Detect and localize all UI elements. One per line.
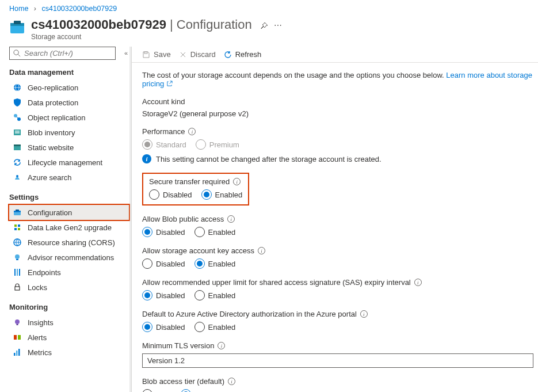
svg-rect-34 (16, 351, 18, 356)
sidebar-item-advisor[interactable]: Advisor recommendations (9, 250, 129, 265)
sidebar-item-label: Blob inventory (28, 128, 75, 137)
sidebar-item-objrep[interactable]: Object replication (9, 110, 129, 125)
radio-label: Disabled (156, 228, 185, 237)
info-icon[interactable]: i (218, 342, 225, 349)
chevron-right-icon: › (34, 5, 36, 13)
refresh-icon (224, 51, 232, 59)
blobinv-icon (13, 128, 22, 137)
sidebar-item-cors[interactable]: Resource sharing (CORS) (9, 235, 129, 250)
svg-rect-17 (16, 210, 19, 211)
svg-rect-11 (15, 132, 20, 134)
field-key-access: Allow storage account key accessi Disabl… (142, 246, 533, 269)
save-icon (142, 51, 150, 59)
svg-point-29 (15, 319, 20, 324)
account-kind-value: StorageV2 (general purpose v2) (142, 109, 533, 118)
pin-icon[interactable] (260, 22, 268, 32)
sidebar-item-metrics[interactable]: Metrics (9, 345, 129, 360)
discard-button[interactable]: Discard (179, 50, 216, 59)
sidebar-item-label: Azure search (28, 173, 72, 182)
sidebar-item-datalake[interactable]: Data Lake Gen2 upgrade (9, 220, 129, 235)
performance-label: Performance (142, 127, 185, 136)
info-icon[interactable]: i (227, 215, 235, 223)
sidebar-item-config[interactable]: Configuration (9, 205, 129, 220)
radio-circle-icon (181, 389, 191, 392)
radio-hot[interactable]: Hot (181, 389, 206, 392)
svg-rect-19 (18, 224, 20, 227)
secure-transfer-highlight: Secure transfer requiredi DisabledEnable… (142, 173, 249, 205)
search-input-wrapper[interactable] (9, 47, 116, 60)
radio-disabled[interactable]: Disabled (149, 189, 192, 200)
radio-label: Enabled (208, 260, 236, 268)
collapse-sidebar-icon[interactable]: « (124, 50, 128, 56)
blob-public-label: Allow Blob public access (142, 215, 224, 223)
access-tier-label: Blob access tier (default) (142, 377, 224, 386)
sidebar-item-alerts[interactable]: Alerts (9, 330, 129, 345)
field-access-tier: Blob access tier (default)i CoolHot (142, 377, 533, 392)
svg-rect-24 (16, 259, 18, 260)
sidebar-item-label: Lifecycle management (28, 158, 102, 167)
tls-select[interactable]: Version 1.2 (142, 353, 533, 368)
dataprot-icon (13, 98, 22, 107)
sidebar-item-static[interactable]: Static website (9, 140, 129, 155)
sidebar-item-lifecycle[interactable]: Lifecycle management (9, 155, 129, 170)
svg-point-23 (15, 254, 20, 259)
info-icon[interactable]: i (228, 378, 235, 385)
radio-circle-icon (194, 258, 205, 269)
radio-enabled[interactable]: Enabled (194, 290, 236, 300)
radio-enabled[interactable]: Enabled (194, 322, 236, 332)
save-button[interactable]: Save (142, 50, 171, 59)
info-icon[interactable]: i (188, 128, 196, 135)
radio-enabled[interactable]: Enabled (194, 227, 236, 237)
info-icon[interactable]: i (414, 279, 422, 286)
sidebar-item-blobinv[interactable]: Blob inventory (9, 125, 129, 140)
sidebar-item-geo[interactable]: Geo-replication (9, 80, 129, 95)
sidebar-item-label: Data protection (28, 98, 78, 107)
field-tls: Minimum TLS versioni Version 1.2 (142, 341, 533, 368)
lifecycle-icon (13, 158, 22, 167)
sidebar-item-label: Alerts (28, 333, 47, 342)
refresh-button[interactable]: Refresh (224, 50, 262, 59)
sidebar-item-label: Locks (28, 283, 47, 292)
info-icon[interactable]: i (258, 247, 265, 254)
insights-icon (13, 318, 22, 327)
storage-account-icon (9, 20, 25, 36)
sidebar-item-insights[interactable]: Insights (9, 315, 129, 330)
breadcrumb-home[interactable]: Home (9, 5, 28, 13)
radio-disabled[interactable]: Disabled (142, 258, 185, 269)
info-icon[interactable]: i (233, 178, 241, 185)
objrep-icon (13, 113, 22, 122)
radio-enabled[interactable]: Enabled (194, 258, 236, 269)
secure-transfer-label: Secure transfer required (149, 177, 230, 186)
radio-disabled[interactable]: Disabled (142, 322, 185, 332)
section-title: Data management (9, 68, 129, 77)
sidebar-item-dataprot[interactable]: Data protection (9, 95, 129, 110)
search-input[interactable] (24, 49, 112, 58)
sidebar-item-label: Object replication (28, 113, 85, 122)
metrics-icon (13, 348, 22, 357)
sidebar-item-label: Insights (28, 318, 54, 327)
svg-point-14 (16, 175, 18, 177)
radio-circle-icon (194, 322, 205, 332)
radio-premium: Premium (196, 139, 239, 150)
radio-enabled[interactable]: Enabled (201, 189, 243, 200)
sidebar-item-label: Geo-replication (28, 83, 78, 92)
field-aad-default: Default to Azure Active Directory author… (142, 310, 533, 332)
radio-label: Disabled (156, 291, 185, 300)
sidebar-item-label: Advisor recommendations (28, 253, 114, 262)
radio-disabled[interactable]: Disabled (142, 290, 185, 300)
svg-rect-21 (18, 228, 20, 230)
radio-disabled[interactable]: Disabled (142, 227, 185, 237)
info-icon[interactable]: i (360, 310, 368, 318)
advisor-icon (13, 253, 22, 262)
config-icon (13, 208, 22, 217)
sidebar-item-locks[interactable]: Locks (9, 280, 129, 295)
sidebar-item-label: Resource sharing (CORS) (28, 238, 115, 247)
radio-cool[interactable]: Cool (142, 389, 171, 392)
more-icon[interactable]: ⋯ (274, 21, 282, 30)
section-title: Monitoring (9, 303, 129, 311)
breadcrumb-resource[interactable]: cs410032000beb07929 (41, 5, 117, 13)
radio-circle-icon (142, 227, 152, 237)
svg-rect-18 (14, 224, 17, 227)
sidebar-item-search[interactable]: Azure search (9, 170, 129, 185)
sidebar-item-endpoints[interactable]: Endpoints (9, 265, 129, 280)
